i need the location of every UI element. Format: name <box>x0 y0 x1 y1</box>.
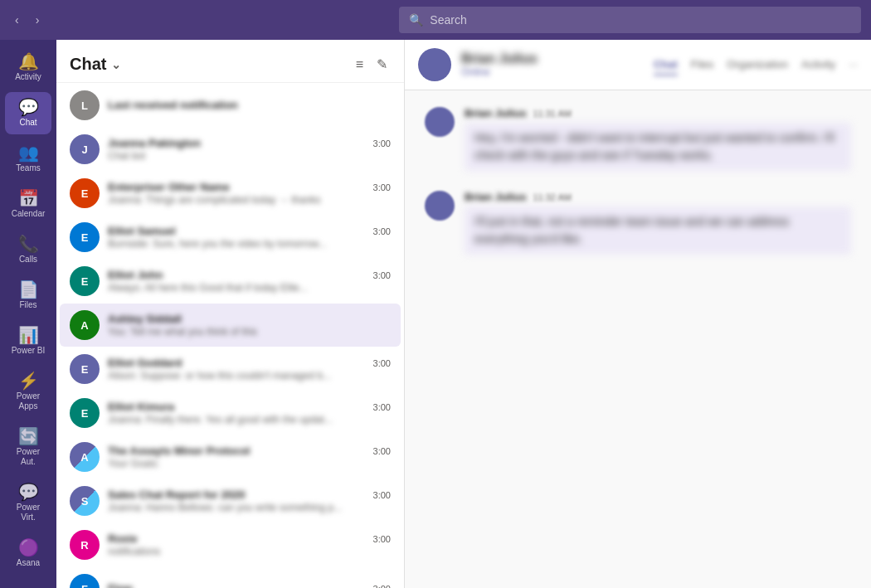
avatar: E <box>70 178 100 208</box>
sidebar-label-asana: Asana <box>17 558 40 568</box>
chat-item-preview: Joanna: Finally there. Yes all good with… <box>108 414 391 425</box>
chat-item-name: Joanna Pakington <box>108 137 201 149</box>
chat-item-time: 3:00 <box>373 490 391 500</box>
msg-avatar <box>425 191 455 221</box>
sidebar-label-chat: Chat <box>19 118 36 128</box>
chat-item-name: Elliot Goddard <box>108 357 182 369</box>
chat-item-content: Flow 3:00 <box>108 582 391 588</box>
tab-activity[interactable]: Activity <box>801 55 835 75</box>
chat-panel-actions: ≡ ✎ <box>353 53 391 75</box>
teams-icon: 👥 <box>18 144 39 161</box>
chat-item-content: Elliot Goddard 3:00 Alison: Suppose: or … <box>108 357 391 381</box>
sidebar-label-teams: Teams <box>16 163 40 173</box>
chat-item-content: Roxie 3:00 notifications <box>108 532 391 557</box>
chat-title-text: Chat <box>70 55 106 74</box>
chat-item-preview: You: Tell me what you think of this <box>108 326 391 338</box>
chat-item-name: The Assayts Minor Protocol <box>108 445 250 457</box>
avatar: R <box>70 530 100 560</box>
search-input[interactable] <box>430 13 851 27</box>
chat-item-time: 3:00 <box>373 182 391 192</box>
message-group: Brian Julius 11:32 AM I'll just in that,… <box>425 191 851 255</box>
filter-button[interactable]: ≡ <box>353 53 367 75</box>
chat-list-item[interactable]: J Joanna Pakington 3:00 Chat bot <box>60 128 401 171</box>
poweraut-icon: 🔄 <box>18 428 39 445</box>
avatar: J <box>70 134 100 164</box>
sidebar-item-teams[interactable]: 👥 Teams <box>5 138 51 180</box>
calls-icon: 📞 <box>18 236 39 252</box>
sidebar-label-powerapps: Power Apps <box>10 391 46 411</box>
chat-panel: Chat ⌄ ≡ ✎ L Last received notification … <box>56 40 405 588</box>
conv-info: Brian Julius Online <box>461 51 644 78</box>
sidebar-item-files[interactable]: 📄 Files <box>5 275 51 317</box>
tab-organization[interactable]: Organization <box>727 55 788 75</box>
chevron-down-icon: ⌄ <box>111 58 121 71</box>
msg-sender: Brian Julius <box>465 107 526 119</box>
chat-item-name: Ashley Siddall <box>108 313 182 325</box>
chat-item-name: Elliot Kimura <box>108 401 174 413</box>
chat-list-item[interactable]: L Last received notification <box>60 84 401 127</box>
message-area: Brian Julius 11:31 AM Hey, I'm worried -… <box>405 90 871 588</box>
chat-item-preview: Joanna: Things are complicated today → t… <box>108 194 391 206</box>
message-group: Brian Julius 11:31 AM Hey, I'm worried -… <box>425 107 851 171</box>
chat-panel-header: Chat ⌄ ≡ ✎ <box>56 40 404 83</box>
compose-button[interactable]: ✎ <box>373 53 391 75</box>
chat-item-time: 3:00 <box>373 226 391 236</box>
files-icon: 📄 <box>18 281 39 298</box>
avatar: E <box>70 398 100 428</box>
avatar: A <box>70 310 100 340</box>
chat-list-item[interactable]: F Flow 3:00 <box>60 567 401 588</box>
main-layout: 🔔 Activity 💬 Chat 👥 Teams 📅 Calendar 📞 C… <box>0 40 871 588</box>
search-icon: 🔍 <box>409 13 423 27</box>
chat-list-item[interactable]: A Ashley Siddall You: Tell me what you t… <box>60 304 401 347</box>
sidebar-item-powerbi[interactable]: 📊 Power BI <box>5 320 51 362</box>
chat-item-preview: Your Goals: <box>108 458 391 469</box>
chat-list-item[interactable]: A The Assayts Minor Protocol 3:00 Your G… <box>60 435 401 479</box>
chat-item-name: Elliot John <box>108 269 163 281</box>
tab-[interactable]: ··· <box>849 55 858 75</box>
chat-item-content: Ashley Siddall You: Tell me what you thi… <box>108 313 391 338</box>
sidebar-item-calls[interactable]: 📞 Calls <box>5 229 51 271</box>
chat-list-item[interactable]: E Elliot Kimura 3:00 Joanna: Finally the… <box>60 391 401 435</box>
chat-item-time: 3:00 <box>373 584 391 589</box>
chat-list-item[interactable]: E Elliot John 3:00 Always: All here this… <box>60 260 401 303</box>
forward-button[interactable]: › <box>31 10 45 30</box>
chat-list-item[interactable]: E Elliot Goddard 3:00 Alison: Suppose: o… <box>60 347 401 391</box>
conv-tabs: ChatFilesOrganizationActivity··· <box>654 55 858 75</box>
avatar: F <box>70 574 100 588</box>
chat-item-preview: notifications <box>108 546 391 557</box>
msg-content: Brian Julius 11:32 AM I'll just in that,… <box>465 191 851 255</box>
avatar: E <box>70 222 100 252</box>
sidebar-label-poweraut: Power Aut. <box>10 447 46 467</box>
chat-list-item[interactable]: S Sales Chat Report for 2020 3:00 Joanna… <box>60 479 401 522</box>
avatar: E <box>70 266 100 296</box>
msg-time: 11:32 AM <box>533 192 571 202</box>
chat-item-name: Elliot Samuel <box>108 225 176 237</box>
sidebar-label-powervirt: Power Virt. <box>10 503 46 522</box>
chat-item-name: Sales Chat Report for 2020 <box>108 488 245 501</box>
chat-list-item[interactable]: E Enterpriser Other Name 3:00 Joanna: Th… <box>60 172 401 215</box>
asana-icon: 🟣 <box>18 539 39 556</box>
chat-list-item[interactable]: E Elliot Samuel 3:00 Burnside: Sure, her… <box>60 216 401 259</box>
sidebar: 🔔 Activity 💬 Chat 👥 Teams 📅 Calendar 📞 C… <box>0 40 56 588</box>
sidebar-item-calendar[interactable]: 📅 Calendar <box>5 183 51 226</box>
sidebar-item-asana[interactable]: 🟣 Asana <box>5 532 51 575</box>
tab-files[interactable]: Files <box>691 55 713 75</box>
chat-list-item[interactable]: R Roxie 3:00 notifications <box>60 523 401 566</box>
chat-item-content: Sales Chat Report for 2020 3:00 Joanna: … <box>108 488 391 513</box>
tab-chat[interactable]: Chat <box>654 55 678 75</box>
back-button[interactable]: ‹ <box>10 10 24 30</box>
sidebar-item-poweraut[interactable]: 🔄 Power Aut. <box>5 421 51 474</box>
powerbi-icon: 📊 <box>18 327 39 343</box>
chat-item-time: 3:00 <box>373 270 391 280</box>
sidebar-item-chat[interactable]: 💬 Chat <box>5 92 51 134</box>
msg-avatar <box>425 107 455 137</box>
activity-icon: 🔔 <box>18 53 39 70</box>
sidebar-label-calls: Calls <box>19 255 37 265</box>
msg-sender: Brian Julius <box>465 191 526 203</box>
sidebar-item-activity[interactable]: 🔔 Activity <box>5 46 51 89</box>
sidebar-item-powervirt[interactable]: 💬 Power Virt. <box>5 477 51 529</box>
sidebar-item-powerapps[interactable]: ⚡ Power Apps <box>5 366 51 418</box>
chat-list: L Last received notification J Joanna Pa… <box>56 83 404 588</box>
chat-item-content: Elliot John 3:00 Always: All here this G… <box>108 269 391 294</box>
chat-item-content: Elliot Samuel 3:00 Burnside: Sure, here … <box>108 225 391 250</box>
